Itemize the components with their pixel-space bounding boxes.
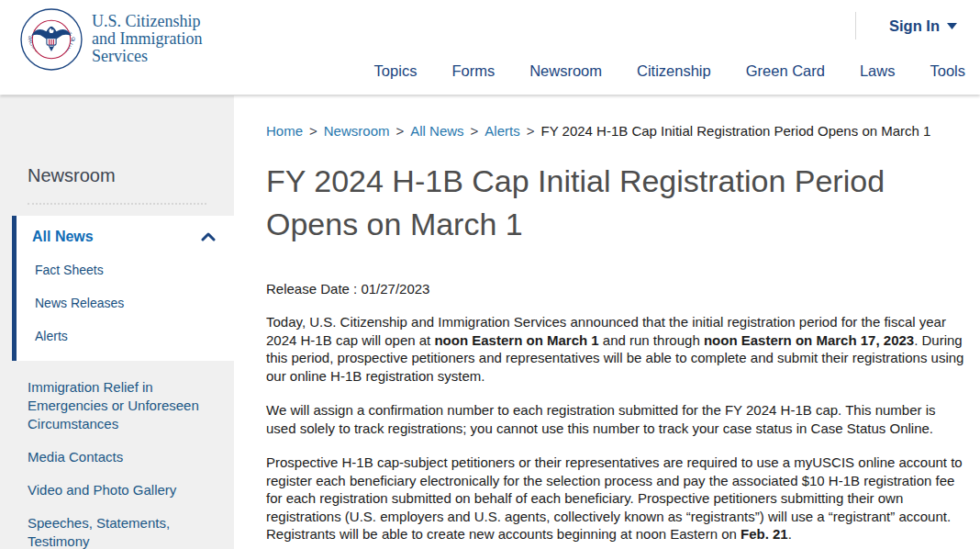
sidebar-item-all-news[interactable]: All News (32, 229, 94, 245)
dhs-seal-icon: U.S. DEPARTMENT OF HOMELAND SECURITY (20, 8, 83, 71)
all-news-row[interactable]: All News (17, 229, 234, 245)
header-divider (855, 12, 856, 39)
list-item: Alerts (17, 328, 234, 344)
breadcrumb-separator: > (395, 123, 404, 139)
nav-item-citizenship[interactable]: Citizenship (637, 62, 711, 80)
page-body: Newsroom All News Fact Sheets News Relea… (0, 95, 980, 549)
wordmark-line3: Services (92, 48, 202, 65)
newsroom-sidebar: Newsroom All News Fact Sheets News Relea… (0, 95, 234, 549)
sidebar-item-speeches-statements[interactable]: Speeches, Statements, Testimony (28, 514, 202, 549)
page-title: FY 2024 H-1B Cap Initial Registration Pe… (266, 160, 954, 246)
sidebar-links: Immigration Relief in Emergencies or Unf… (28, 378, 234, 549)
caret-down-icon (947, 23, 957, 29)
article-body: Today, U.S. Citizenship and Immigration … (266, 313, 968, 543)
breadcrumb-all-news[interactable]: All News (410, 123, 463, 139)
signin-area: Sign In (855, 12, 957, 39)
list-item: Video and Photo Gallery (28, 481, 234, 499)
primary-nav: Topics Forms Newsroom Citizenship Green … (374, 62, 965, 80)
uscis-wordmark: U.S. Citizenship and Immigration Service… (92, 13, 202, 65)
sidebar-item-video-photo-gallery[interactable]: Video and Photo Gallery (28, 481, 176, 499)
paragraph: Today, U.S. Citizenship and Immigration … (266, 313, 968, 385)
breadcrumb-alerts[interactable]: Alerts (484, 123, 519, 139)
uscis-home-logo[interactable]: U.S. DEPARTMENT OF HOMELAND SECURITY U.S… (20, 8, 202, 71)
site-header: U.S. DEPARTMENT OF HOMELAND SECURITY U.S… (0, 0, 980, 95)
sidebar-item-immigration-relief[interactable]: Immigration Relief in Emergencies or Unf… (28, 378, 202, 433)
list-item: Media Contacts (28, 448, 234, 466)
sidebar-item-media-contacts[interactable]: Media Contacts (28, 448, 123, 466)
nav-item-forms[interactable]: Forms (451, 62, 495, 80)
breadcrumb-separator: > (471, 123, 479, 139)
paragraph: Prospective H-1B cap-subject petitioners… (266, 454, 968, 543)
chevron-up-icon (201, 232, 216, 241)
breadcrumb: Home>Newsroom>All News>Alerts>FY 2024 H-… (266, 122, 968, 140)
list-item: Immigration Relief in Emergencies or Unf… (28, 378, 234, 433)
sidebar-item-alerts[interactable]: Alerts (35, 329, 68, 343)
sidebar-heading: Newsroom (28, 165, 234, 186)
list-item: Speeches, Statements, Testimony (28, 514, 234, 549)
nav-item-newsroom[interactable]: Newsroom (529, 62, 602, 80)
release-date: Release Date : 01/27/2023 (266, 281, 968, 297)
list-item: Fact Sheets (17, 262, 234, 278)
all-news-subnav: Fact Sheets News Releases Alerts (17, 262, 234, 344)
sign-in-button[interactable]: Sign In (889, 17, 957, 35)
list-item: News Releases (17, 295, 234, 311)
sidebar-item-news-releases[interactable]: News Releases (35, 296, 124, 310)
breadcrumb-current: FY 2024 H-1B Cap Initial Registration Pe… (540, 123, 930, 139)
wordmark-line1: U.S. Citizenship (92, 13, 202, 30)
breadcrumb-separator: > (527, 123, 535, 139)
breadcrumb-home[interactable]: Home (266, 123, 303, 139)
nav-item-tools[interactable]: Tools (930, 62, 965, 80)
breadcrumb-separator: > (309, 123, 317, 139)
nav-item-laws[interactable]: Laws (860, 62, 896, 80)
sidebar-divider (28, 203, 206, 205)
breadcrumb-newsroom[interactable]: Newsroom (324, 123, 390, 139)
article-main: Home>Newsroom>All News>Alerts>FY 2024 H-… (266, 95, 968, 543)
sign-in-label: Sign In (889, 17, 940, 35)
paragraph: We will assign a confirmation number to … (266, 401, 968, 437)
collapse-all-news-button[interactable] (199, 230, 217, 243)
sidebar-item-fact-sheets[interactable]: Fact Sheets (35, 263, 104, 277)
wordmark-line2: and Immigration (92, 30, 202, 48)
nav-item-topics[interactable]: Topics (374, 62, 418, 80)
nav-item-green-card[interactable]: Green Card (746, 62, 825, 80)
all-news-section: All News Fact Sheets News Releases Alert… (12, 216, 234, 361)
